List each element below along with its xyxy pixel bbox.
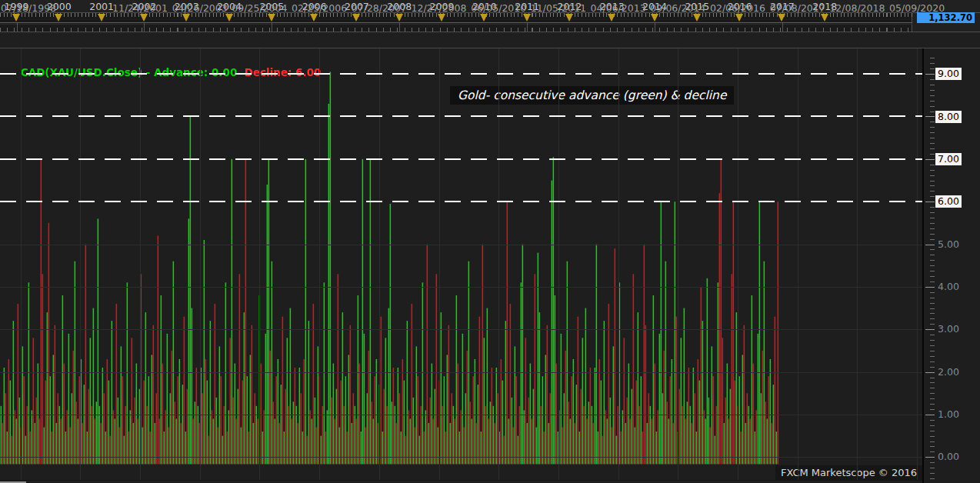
date-label: 07/18/1998 [1, 2, 56, 14]
value-axis-minor-tick [930, 170, 935, 171]
value-axis-minor-tick [930, 335, 935, 335]
timeline-marker-icon[interactable] [98, 14, 105, 22]
timeline-marker-icon[interactable] [778, 14, 785, 22]
value-axis-minor-tick [930, 361, 935, 362]
value-axis-minor-tick [930, 271, 935, 271]
timeline-year-separator [655, 23, 655, 32]
value-axis-minor-tick [930, 90, 935, 91]
value-axis-label-1.00: 1.00 [935, 408, 962, 421]
horizontal-gridline [0, 457, 922, 458]
value-axis-minor-tick [930, 276, 935, 277]
value-axis-label-8.00: 8.00 [935, 111, 962, 123]
timeline-marker-icon[interactable] [12, 14, 20, 22]
value-axis-minor-tick [930, 308, 935, 309]
chart-annotation-text[interactable]: Gold- consecutive advance (green) & decl… [450, 86, 734, 105]
timeline-marker-icon[interactable] [225, 14, 233, 22]
dashed-level-line-9[interactable] [0, 73, 922, 75]
value-axis-minor-tick [930, 292, 935, 293]
value-axis-major-tick [925, 457, 935, 458]
value-axis-minor-tick [930, 191, 935, 192]
value-axis-minor-tick [930, 212, 935, 213]
horizontal-gridline [0, 245, 922, 245]
value-axis-minor-tick [930, 265, 935, 266]
series-legend: CAD(XAU/USD.Close) - Advance: 0.00 Decli… [6, 54, 322, 91]
advance-decline-bars-canvas[interactable] [0, 48, 922, 481]
dashed-level-line-8[interactable] [0, 115, 922, 117]
timeline-marker-icon[interactable] [352, 14, 360, 22]
timeline-marker-icon[interactable] [608, 14, 615, 22]
value-axis-minor-tick [930, 181, 935, 182]
timeline-marker-icon[interactable] [182, 14, 190, 22]
value-axis-minor-tick [930, 409, 935, 410]
timeline-marker-icon[interactable] [651, 14, 658, 22]
value-axis-minor-tick [930, 127, 935, 128]
value-axis-minor-tick [930, 468, 935, 468]
value-axis-minor-tick [930, 239, 935, 240]
value-axis-minor-tick [930, 473, 935, 474]
marketscope-chart-window: 1,132.70 CAD(XAU/USD.Close) - Advance: 0… [0, 0, 980, 483]
chart-bottom-border [0, 480, 922, 481]
value-axis-minor-tick [930, 340, 935, 341]
value-axis-minor-tick [930, 165, 935, 165]
value-axis-minor-tick [930, 367, 935, 368]
value-axis-minor-tick [930, 249, 935, 250]
value-axis-minor-tick [930, 138, 935, 138]
timeline-marker-icon[interactable] [310, 14, 318, 22]
timeline-year-separator [527, 23, 528, 32]
timeline-mid-line [0, 22, 912, 23]
value-axis-major-tick [925, 245, 935, 245]
value-axis-minor-tick [930, 420, 935, 421]
timeline-marker-icon[interactable] [438, 14, 445, 22]
value-axis-major-tick [925, 202, 935, 202]
value-axis-minor-tick [930, 79, 935, 80]
date-axis[interactable] [0, 32, 980, 48]
timeline-year-separator [399, 23, 400, 32]
value-axis-label-9.00: 9.00 [935, 68, 962, 80]
value-axis-minor-tick [930, 85, 935, 85]
timeline-marker-icon[interactable] [565, 14, 573, 22]
value-axis-minor-tick [930, 207, 935, 208]
date-label: 02/25/2006 [292, 2, 347, 14]
timeline-marker-icon[interactable] [480, 14, 488, 22]
dashed-level-line-7[interactable] [0, 158, 922, 160]
value-axis-minor-tick [930, 218, 935, 218]
timeline-marker-icon[interactable] [55, 14, 62, 22]
value-axis-minor-tick [930, 382, 935, 383]
value-axis-minor-tick [930, 234, 935, 235]
value-axis-minor-tick [930, 303, 935, 304]
timeline-marker-icon[interactable] [140, 14, 148, 22]
date-label: 09/06/2014 [650, 2, 705, 14]
value-axis-minor-tick [930, 175, 935, 176]
date-label: 12/27/2008 [411, 2, 466, 14]
date-label: 11/24/2001 [112, 2, 168, 14]
timeline-mid-line-shadow [0, 24, 912, 25]
value-axis-major-tick [925, 415, 935, 415]
horizontal-gridline [0, 415, 922, 415]
value-axis-minor-tick [930, 132, 935, 133]
value-axis-label-0.00: 0.00 [935, 451, 962, 463]
timeline-marker-icon[interactable] [268, 14, 275, 22]
value-axis-minor-tick [930, 298, 935, 298]
value-axis-minor-tick [930, 436, 935, 437]
advance-value: 0.00 [212, 66, 237, 78]
value-axis-major-tick [925, 329, 935, 330]
date-label: 12/08/2018 [829, 2, 885, 14]
value-axis-minor-tick [930, 148, 935, 149]
timeline-marker-icon[interactable] [523, 14, 531, 22]
horizontal-gridline [0, 287, 922, 288]
timeline-marker-icon[interactable] [395, 14, 403, 22]
value-axis-minor-tick [930, 425, 935, 426]
legend-spacer [237, 66, 244, 78]
date-label: 11/05/2011 [531, 2, 586, 14]
value-axis-minor-tick [930, 143, 935, 144]
value-axis-major-tick [925, 372, 935, 373]
value-axis-major-tick [925, 116, 935, 117]
timeline-marker-icon[interactable] [735, 14, 743, 22]
value-axis-minor-tick [930, 112, 935, 112]
timeline-marker-icon[interactable] [821, 14, 828, 22]
value-axis-minor-tick [930, 185, 935, 186]
value-axis-major-tick [925, 74, 935, 75]
timeline-marker-icon[interactable] [693, 14, 701, 22]
value-axis-minor-tick [930, 196, 935, 197]
dashed-level-line-6[interactable] [0, 201, 922, 202]
